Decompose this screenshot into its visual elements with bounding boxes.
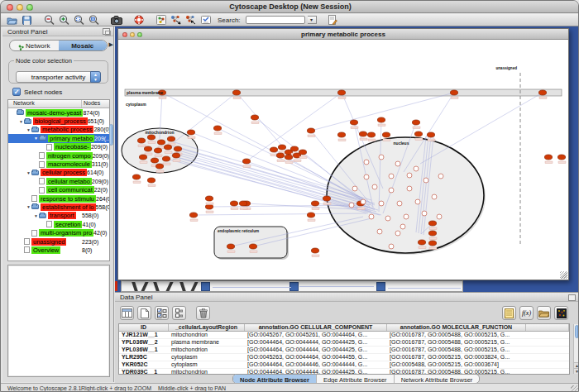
unselect-all-attributes-icon[interactable] xyxy=(172,306,186,320)
network-node[interactable] xyxy=(337,132,345,137)
network-node[interactable] xyxy=(450,90,457,95)
network-node[interactable] xyxy=(307,213,314,218)
advanced-search-icon[interactable] xyxy=(327,15,339,26)
nucleus-node[interactable] xyxy=(385,216,390,221)
nucleus-node[interactable] xyxy=(422,211,427,216)
tree-row[interactable]: cellular metabo209(0) xyxy=(8,177,109,185)
create-attribute-icon[interactable] xyxy=(137,306,151,320)
tree-row[interactable]: macromolecule311(0) xyxy=(8,160,109,168)
network-node[interactable] xyxy=(412,120,419,125)
tree-row[interactable]: ▼cellular process614(0) xyxy=(8,169,109,177)
network-node[interactable] xyxy=(428,241,436,246)
open-session-icon[interactable] xyxy=(6,15,18,26)
network-node[interactable] xyxy=(427,132,434,137)
nucleus-node[interactable] xyxy=(364,160,369,165)
network-node[interactable] xyxy=(132,174,140,179)
nucleus-node[interactable] xyxy=(364,174,369,179)
network-node[interactable] xyxy=(147,178,155,183)
tab-edge-attribute-browser[interactable]: Edge Attribute Browser xyxy=(317,375,395,383)
tab-mosaic[interactable]: Mosaic xyxy=(59,41,108,50)
network-node[interactable] xyxy=(139,155,146,160)
table-row[interactable]: YPL036W__1mitochondrion[GO:0044464, GO:0… xyxy=(119,347,569,354)
network-node[interactable] xyxy=(367,132,375,137)
table-row[interactable]: YLR295Ccytoplasm[GO:0045263, GO:0044464,… xyxy=(119,354,569,361)
tree-row[interactable]: nitrogen compo209(0) xyxy=(8,151,109,160)
formula-builder-icon[interactable]: f(x) xyxy=(519,306,534,320)
nucleus-node[interactable] xyxy=(377,229,382,234)
network-node[interactable] xyxy=(232,90,240,95)
search-input[interactable] xyxy=(246,16,305,24)
network-node[interactable] xyxy=(311,248,318,253)
network-node[interactable] xyxy=(382,132,390,137)
network-node[interactable] xyxy=(242,159,250,164)
tree-row[interactable]: ▼biological_process651(0) xyxy=(8,117,109,125)
vizmapper-icon[interactable] xyxy=(155,15,167,26)
table-column-header[interactable]: _cellularLayoutRegion xyxy=(169,324,245,331)
network-node[interactable] xyxy=(276,153,284,158)
select-all-attributes-icon[interactable] xyxy=(155,306,169,320)
network-node[interactable] xyxy=(557,155,565,160)
scroll-up-arrow-icon[interactable]: ▲ xyxy=(574,362,579,368)
network-node[interactable] xyxy=(213,126,221,131)
network-frame-titlebar[interactable]: primary metabolic process xyxy=(118,29,568,40)
table-scrollbar[interactable]: ▲ ▼ xyxy=(573,324,579,374)
table-row[interactable]: YPL036W__2plasma membrane[GO:0044464, GO… xyxy=(119,339,569,347)
network-node[interactable] xyxy=(230,201,237,206)
nucleus-node[interactable] xyxy=(432,194,437,199)
network-node[interactable] xyxy=(337,90,345,95)
network-node[interactable] xyxy=(323,196,330,201)
network-node[interactable] xyxy=(377,117,385,122)
network-node[interactable] xyxy=(307,128,314,133)
tree-row[interactable]: cell communicat22(0) xyxy=(8,186,109,194)
network-node[interactable] xyxy=(350,120,357,125)
tree-row[interactable]: unassigned223(0) xyxy=(8,237,109,246)
network-node[interactable] xyxy=(189,213,197,218)
tree-row[interactable]: multi-organism pro42(0) xyxy=(8,228,109,237)
snapshot-camera-icon[interactable] xyxy=(110,15,122,26)
network-node[interactable] xyxy=(167,136,175,141)
network-node[interactable] xyxy=(428,231,436,236)
network-node[interactable] xyxy=(544,155,552,160)
nucleus-node[interactable] xyxy=(361,199,366,204)
zoom-selected-icon[interactable] xyxy=(73,15,85,26)
tree-row[interactable]: ▼metabolic process280(0) xyxy=(8,126,109,134)
help-lifering-icon[interactable] xyxy=(132,15,145,26)
network-node[interactable] xyxy=(227,244,234,249)
nucleus-node[interactable] xyxy=(369,214,374,219)
nucleus-node[interactable] xyxy=(379,201,384,206)
nucleus-node[interactable] xyxy=(349,203,354,208)
network-node[interactable] xyxy=(418,240,425,245)
nucleus-node[interactable] xyxy=(395,161,400,166)
network-node[interactable] xyxy=(174,146,181,151)
network-node[interactable] xyxy=(251,115,258,120)
save-session-icon[interactable] xyxy=(21,15,33,26)
nucleus-region[interactable] xyxy=(327,137,484,253)
network-node[interactable] xyxy=(299,150,306,155)
attribute-matrix-icon[interactable] xyxy=(554,306,568,320)
scroll-down-arrow-icon[interactable]: ▼ xyxy=(574,368,579,374)
delete-attribute-trash-icon[interactable] xyxy=(196,306,210,320)
tab-network[interactable]: Network xyxy=(10,41,59,50)
nucleus-node[interactable] xyxy=(438,174,443,179)
nucleus-node[interactable] xyxy=(414,166,419,171)
network-node[interactable] xyxy=(151,158,158,163)
nucleus-node[interactable] xyxy=(389,174,394,179)
network-node[interactable] xyxy=(205,196,213,201)
network-node[interactable] xyxy=(428,221,436,226)
export-network-icon[interactable] xyxy=(184,15,197,26)
network-node[interactable] xyxy=(249,244,256,249)
tree-column-network[interactable]: Network xyxy=(8,100,82,108)
nucleus-node[interactable] xyxy=(389,244,394,249)
table-column-header[interactable]: annotation.GO MOLECULAR_FUNCTION xyxy=(387,324,526,331)
tab-network-attribute-browser[interactable]: Network Attribute Browser xyxy=(395,375,480,383)
tab-overflow-arrow[interactable]: ▶ xyxy=(109,41,113,48)
network-node[interactable] xyxy=(278,145,285,150)
nucleus-node[interactable] xyxy=(372,184,377,189)
table-row[interactable]: YKR052Ccytoplasm[GO:0044464, GO:0044446,… xyxy=(119,361,569,369)
network-node[interactable] xyxy=(239,201,246,206)
network-node[interactable] xyxy=(414,131,422,136)
tree-row[interactable]: ▼establishment of lo558(0) xyxy=(8,203,109,211)
network-node[interactable] xyxy=(156,164,163,169)
network-node[interactable] xyxy=(205,204,213,209)
network-node[interactable] xyxy=(154,148,161,153)
